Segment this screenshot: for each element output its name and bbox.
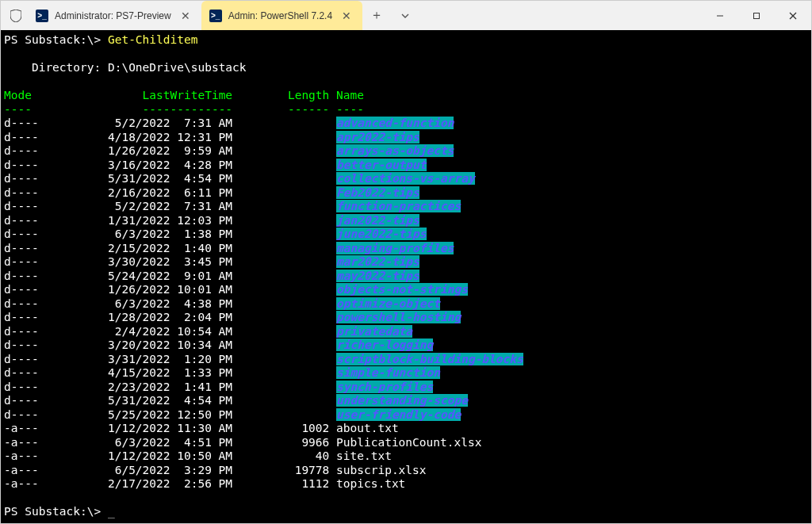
cell-mode: d---- — [4, 353, 101, 367]
cell-length — [232, 270, 329, 284]
tab-close-icon[interactable]: ✕ — [178, 10, 193, 22]
titlebar[interactable]: >_Administrator: PS7-Preview✕>_Admin: Po… — [1, 1, 811, 30]
cell-datetime: 4/15/2022 1:33 PM — [101, 366, 232, 381]
cell-datetime: 6/3/2022 4:38 PM — [101, 297, 232, 312]
col-header-length: Length — [232, 89, 329, 101]
command-text: Get-Childitem — [108, 33, 198, 46]
terminal-output[interactable]: PS Substack:\> Get-Childitem Directory: … — [1, 30, 811, 523]
cell-length — [232, 325, 329, 339]
cell-mode: d---- — [4, 311, 101, 325]
cell-mode: d---- — [4, 242, 101, 256]
directory-name: simple-function — [336, 366, 440, 379]
cell-length — [232, 297, 329, 312]
cell-length: 19778 — [232, 464, 329, 478]
cell-datetime: 6/5/2022 3:29 PM — [101, 464, 232, 478]
cell-datetime: 5/31/2022 4:54 PM — [101, 172, 232, 186]
cell-length — [232, 283, 329, 297]
cell-mode: d---- — [4, 338, 101, 353]
cell-datetime: 1/12/2022 10:50 AM — [101, 449, 232, 464]
directory-name: apr2022-tips — [336, 131, 419, 143]
directory-name: synch-profiles — [336, 381, 433, 393]
directory-label: Directory: — [4, 61, 108, 74]
cell-mode: d---- — [4, 394, 101, 408]
directory-name: user-friendly-code — [336, 408, 461, 421]
cell-datetime: 2/4/2022 10:54 AM — [101, 325, 232, 339]
cell-length — [232, 144, 329, 159]
cell-datetime: 1/12/2022 11:30 AM — [101, 422, 232, 436]
prompt-path: PS Substack:\> — [4, 505, 108, 518]
cell-datetime: 5/2/2022 7:31 AM — [101, 200, 232, 214]
directory-name: richer-logging — [336, 338, 433, 351]
cell-length: 9966 — [232, 436, 329, 450]
directory-name: function-practices — [336, 200, 461, 212]
file-name: topics.txt — [336, 477, 405, 490]
minimize-button[interactable] — [702, 1, 738, 30]
maximize-button[interactable] — [738, 1, 775, 30]
cell-length — [232, 408, 329, 423]
cell-length — [232, 172, 329, 186]
col-header-name: Name — [336, 89, 364, 101]
cell-mode: d---- — [4, 159, 101, 173]
directory-path: D:\OneDrive\substack — [108, 61, 247, 74]
cell-mode: d---- — [4, 366, 101, 381]
cell-mode: -a--- — [4, 436, 101, 450]
cell-datetime: 1/26/2022 10:01 AM — [101, 283, 232, 297]
cell-mode: d---- — [4, 117, 101, 131]
directory-name: mar2022-tips — [336, 255, 419, 268]
titlebar-spacer — [1, 1, 7, 30]
cell-length — [232, 159, 329, 173]
cell-mode: d---- — [4, 228, 101, 242]
cell-mode: -a--- — [4, 477, 101, 491]
powershell-icon: >_ — [36, 10, 48, 22]
cell-length — [232, 353, 329, 367]
directory-name: privatedata — [336, 325, 412, 338]
directory-name: collections-vs-array — [336, 172, 475, 185]
cell-datetime: 4/18/2022 12:31 PM — [101, 131, 232, 145]
cell-mode: -a--- — [4, 449, 101, 464]
tab-0[interactable]: >_Administrator: PS7-Preview✕ — [28, 1, 201, 30]
cell-mode: d---- — [4, 186, 101, 201]
cell-length: 1002 — [232, 422, 329, 436]
cell-mode: d---- — [4, 381, 101, 395]
directory-name: may2022-tips — [336, 270, 419, 282]
cursor: _ — [108, 505, 115, 518]
directory-name: optimize-object — [336, 297, 440, 310]
powershell-icon: >_ — [209, 10, 222, 22]
tab-title: Administrator: PS7-Preview — [55, 10, 171, 21]
cell-datetime: 5/2/2022 7:31 AM — [101, 117, 232, 131]
cell-length — [232, 394, 329, 408]
file-name: site.txt — [336, 449, 392, 462]
cell-length — [232, 214, 329, 228]
cell-datetime: 5/25/2022 12:50 PM — [101, 408, 232, 423]
directory-name: better-output — [336, 159, 427, 171]
directory-name: jan2022-tips — [336, 214, 419, 227]
cell-mode: -a--- — [4, 464, 101, 478]
tab-dropdown-button[interactable] — [391, 1, 419, 30]
cell-datetime: 1/31/2022 12:03 PM — [101, 214, 232, 228]
cell-length — [232, 366, 329, 381]
cell-length — [232, 228, 329, 242]
col-header-mode: Mode — [4, 89, 115, 101]
cell-length: 40 — [232, 449, 329, 464]
cell-length — [232, 131, 329, 145]
cell-length — [232, 117, 329, 131]
cell-length — [232, 242, 329, 256]
cell-mode: -a--- — [4, 422, 101, 436]
cell-mode: d---- — [4, 200, 101, 214]
directory-name: powershell-hosting — [336, 311, 461, 323]
directory-name: Feb2022-tips — [336, 186, 419, 199]
cell-mode: d---- — [4, 297, 101, 312]
cell-mode: d---- — [4, 131, 101, 145]
tab-title: Admin: PowerShell 7.2.4 — [228, 10, 332, 21]
new-tab-button[interactable]: ＋ — [362, 1, 391, 30]
prompt-path: PS Substack:\> — [4, 33, 108, 46]
close-button[interactable] — [775, 1, 811, 30]
directory-name: understanding-scope — [336, 394, 468, 407]
cell-mode: d---- — [4, 144, 101, 159]
cell-length — [232, 311, 329, 325]
tab-1[interactable]: >_Admin: PowerShell 7.2.4✕ — [201, 1, 362, 30]
tab-close-icon[interactable]: ✕ — [339, 10, 354, 22]
cell-datetime: 5/31/2022 4:54 PM — [101, 394, 232, 408]
col-header-lastwrite: LastWriteTime — [115, 89, 232, 101]
cell-mode: d---- — [4, 270, 101, 284]
